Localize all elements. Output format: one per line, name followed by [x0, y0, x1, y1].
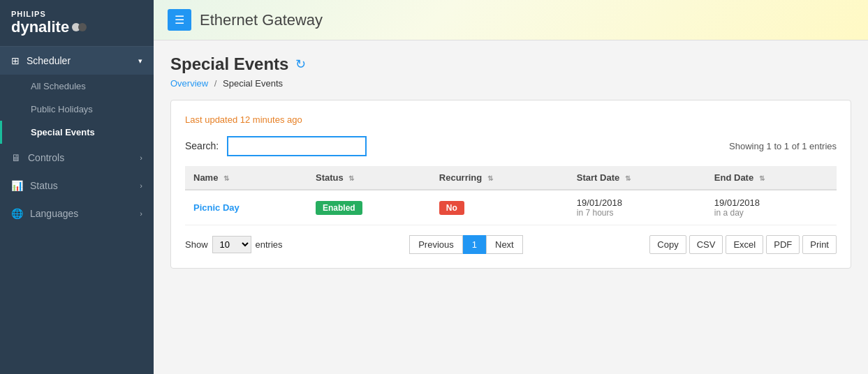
show-entries-group: Show 10 25 50 100 entries — [185, 236, 283, 253]
sidebar: PHILIPS dynalite ⊞ Scheduler ▾ All Sched… — [0, 0, 154, 374]
breadcrumb-overview[interactable]: Overview — [170, 78, 208, 89]
page-title: Special Events — [170, 54, 288, 74]
breadcrumb-separator: / — [214, 78, 217, 89]
event-name-link[interactable]: Picnic Day — [193, 202, 240, 213]
start-date-value: 19/01/2018 — [577, 197, 698, 208]
start-date-sub: in 7 hours — [577, 208, 698, 218]
cell-name: Picnic Day — [185, 190, 307, 225]
chevron-right-icon-2: › — [140, 181, 142, 190]
breadcrumb: Overview / Special Events — [170, 78, 851, 89]
nav-label-languages: Languages — [30, 208, 78, 219]
table-header-row: Name ⇅ Status ⇅ Recurring ⇅ Start Date — [185, 166, 837, 190]
col-recurring: Recurring ⇅ — [431, 166, 568, 190]
sidebar-item-public-holidays[interactable]: Public Holidays — [0, 98, 154, 121]
col-name: Name ⇅ — [185, 166, 307, 190]
chevron-right-icon-3: › — [140, 209, 142, 218]
pdf-button[interactable]: PDF — [766, 235, 800, 254]
nav-item-status[interactable]: 📊 Status › — [0, 172, 154, 200]
chevron-right-icon: › — [140, 154, 142, 162]
header: ☰ Ethernet Gateway — [154, 0, 868, 40]
cell-end-date: 19/01/2018 in a day — [706, 190, 837, 225]
nav-item-scheduler[interactable]: ⊞ Scheduler ▾ — [0, 47, 154, 75]
table-row: Picnic Day Enabled No 19/01/2018 in 7 ho… — [185, 190, 837, 225]
pagination: Previous 1 Next — [409, 235, 523, 254]
sort-end-icon[interactable]: ⇅ — [759, 174, 765, 182]
nav-label-controls: Controls — [28, 152, 64, 163]
col-start-date: Start Date ⇅ — [568, 166, 706, 190]
content-area: Special Events ↻ Overview / Special Even… — [154, 40, 868, 374]
csv-button[interactable]: CSV — [689, 235, 723, 254]
search-row: Search: Showing 1 to 1 of 1 entries — [185, 136, 837, 156]
breadcrumb-current: Special Events — [223, 78, 283, 89]
refresh-icon[interactable]: ↻ — [295, 57, 306, 72]
status-badge: Enabled — [316, 201, 362, 215]
sort-status-icon[interactable]: ⇅ — [348, 174, 354, 182]
nav-item-languages[interactable]: 🌐 Languages › — [0, 200, 154, 227]
events-table: Name ⇅ Status ⇅ Recurring ⇅ Start Date — [185, 166, 837, 225]
main-content: ☰ Ethernet Gateway Special Events ↻ Over… — [154, 0, 868, 374]
hamburger-button[interactable]: ☰ — [168, 9, 191, 31]
nav-label-status: Status — [30, 180, 58, 191]
excel-button[interactable]: Excel — [726, 235, 763, 254]
search-input[interactable] — [227, 136, 367, 156]
bar-chart-icon: 📊 — [11, 180, 23, 191]
logo-icon — [72, 22, 87, 32]
export-buttons: Copy CSV Excel PDF Print — [649, 235, 837, 254]
recurring-badge: No — [439, 201, 464, 215]
page-title-row: Special Events ↻ — [170, 54, 851, 74]
globe-icon: 🌐 — [11, 208, 23, 219]
table-footer: Show 10 25 50 100 entries Previous 1 Nex… — [185, 235, 837, 254]
search-label: Search: — [185, 140, 219, 151]
entries-select[interactable]: 10 25 50 100 — [212, 236, 251, 253]
copy-button[interactable]: Copy — [649, 235, 686, 254]
end-date-sub: in a day — [714, 208, 828, 218]
next-button[interactable]: Next — [486, 235, 523, 254]
nav-item-controls[interactable]: 🖥 Controls › — [0, 144, 154, 172]
product-name: dynalite — [11, 18, 142, 36]
brand-name: PHILIPS — [11, 10, 142, 18]
chevron-down-icon: ▾ — [138, 57, 142, 66]
sidebar-item-all-schedules[interactable]: All Schedules — [0, 75, 154, 98]
end-date-value: 19/01/2018 — [714, 197, 828, 208]
nav-label-scheduler: Scheduler — [27, 55, 71, 66]
main-card: Last updated 12 minutes ago Search: Show… — [170, 100, 851, 269]
last-updated-text: Last updated 12 minutes ago — [185, 114, 837, 125]
col-end-date: End Date ⇅ — [706, 166, 837, 190]
monitor-icon: 🖥 — [11, 152, 21, 163]
search-group: Search: — [185, 136, 367, 156]
entries-info: Showing 1 to 1 of 1 entries — [729, 141, 837, 151]
cell-start-date: 19/01/2018 in 7 hours — [568, 190, 706, 225]
logo: PHILIPS dynalite — [0, 0, 154, 47]
grid-icon: ⊞ — [11, 55, 20, 66]
header-title: Ethernet Gateway — [200, 11, 323, 29]
previous-button[interactable]: Previous — [409, 235, 463, 254]
sidebar-item-special-events[interactable]: Special Events — [0, 121, 154, 144]
page-1-button[interactable]: 1 — [463, 235, 486, 254]
entries-label: entries — [256, 239, 283, 250]
sort-name-icon[interactable]: ⇅ — [223, 174, 229, 182]
cell-status: Enabled — [307, 190, 431, 225]
sort-start-icon[interactable]: ⇅ — [625, 174, 631, 182]
print-button[interactable]: Print — [802, 235, 837, 254]
cell-recurring: No — [431, 190, 568, 225]
col-status: Status ⇅ — [307, 166, 431, 190]
show-label: Show — [185, 239, 208, 250]
sort-recurring-icon[interactable]: ⇅ — [487, 174, 493, 182]
